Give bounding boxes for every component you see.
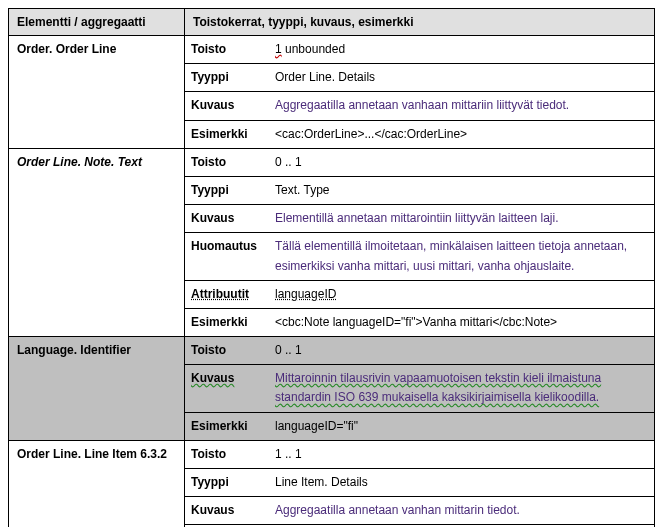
label-huomautus: Huomautus [185, 237, 269, 275]
val-toisto: 1 unbounded [269, 40, 646, 59]
val-tyyppi: Line Item. Details [269, 473, 646, 492]
val-kuvaus: Aggregaatilla annetaan vanhan mittarin t… [269, 501, 646, 520]
label-kuvaus: Kuvaus [185, 501, 269, 520]
label-tyyppi: Tyyppi [185, 473, 269, 492]
label-toisto: Toisto [185, 445, 269, 464]
spec-table: Elementti / aggregaatti Toistokerrat, ty… [8, 8, 655, 527]
val-kuvaus: Aggregaatilla annetaan vanhaan mittariin… [269, 96, 646, 115]
element-details: Toisto 1 .. 1 Tyyppi Line Item. Details … [185, 440, 655, 527]
element-details: Toisto 0 .. 1 Kuvaus Mittaroinnin tilaus… [185, 337, 655, 441]
label-tyyppi: Tyyppi [185, 181, 269, 200]
table-row: Order Line. Line Item 6.3.2 Toisto 1 .. … [9, 440, 655, 527]
table-row: Order Line. Note. Text Toisto 0 .. 1 Tyy… [9, 148, 655, 336]
val-huomautus: Tällä elementillä ilmoitetaan, minkälais… [269, 237, 646, 275]
label-esimerkki: Esimerkki [185, 417, 269, 436]
toisto-max: unbounded [282, 42, 345, 56]
val-toisto: 1 .. 1 [269, 445, 646, 464]
table-row: Order. Order Line Toisto 1 unbounded Tyy… [9, 36, 655, 149]
label-kuvaus: Kuvaus [185, 369, 269, 407]
val-tyyppi: Text. Type [269, 181, 646, 200]
toisto-min: 1 [275, 42, 282, 56]
element-name: Order Line. Line Item 6.3.2 [9, 440, 185, 527]
element-name: Order. Order Line [9, 36, 185, 149]
val-esimerkki: <cac:OrderLine>...</cac:OrderLine> [269, 125, 646, 144]
val-kuvaus: Mittaroinnin tilausrivin vapaamuotoisen … [269, 369, 646, 407]
table-row: Language. Identifier Toisto 0 .. 1 Kuvau… [9, 337, 655, 441]
element-details: Toisto 1 unbounded Tyyppi Order Line. De… [185, 36, 655, 149]
element-name: Language. Identifier [9, 337, 185, 441]
val-toisto: 0 .. 1 [269, 153, 646, 172]
element-name: Order Line. Note. Text [9, 148, 185, 336]
val-tyyppi: Order Line. Details [269, 68, 646, 87]
label-kuvaus: Kuvaus [185, 96, 269, 115]
val-kuvaus: Elementillä annetaan mittarointiin liitt… [269, 209, 646, 228]
label-toisto: Toisto [185, 341, 269, 360]
val-toisto: 0 .. 1 [269, 341, 646, 360]
val-attribuutit: languageID [275, 287, 336, 301]
label-toisto: Toisto [185, 40, 269, 59]
label-tyyppi: Tyyppi [185, 68, 269, 87]
label-kuvaus: Kuvaus [185, 209, 269, 228]
label-attribuutit: Attribuutit [185, 285, 269, 304]
val-esimerkki: languageID="fi" [269, 417, 646, 436]
header-col1: Elementti / aggregaatti [9, 9, 185, 36]
label-toisto: Toisto [185, 153, 269, 172]
header-col2: Toistokerrat, tyyppi, kuvaus, esimerkki [185, 9, 655, 36]
element-details: Toisto 0 .. 1 Tyyppi Text. Type Kuvaus E… [185, 148, 655, 336]
label-esimerkki: Esimerkki [185, 313, 269, 332]
val-esimerkki: <cbc:Note languageID="fi">Vanha mittari<… [269, 313, 646, 332]
label-esimerkki: Esimerkki [185, 125, 269, 144]
